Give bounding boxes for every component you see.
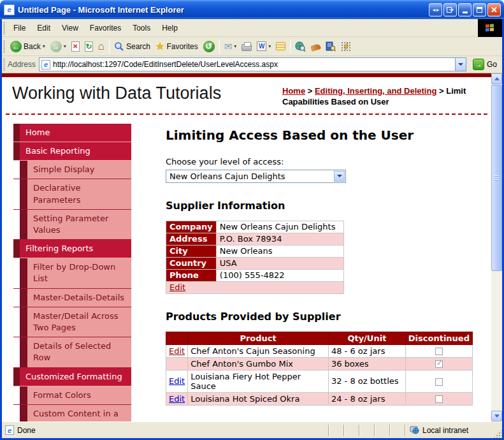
- close-button[interactable]: ✕: [487, 3, 501, 17]
- status-panel: [359, 425, 374, 436]
- hand-pen-icon: [310, 43, 321, 52]
- sidebar-item-label: Master-Details-Details: [27, 289, 131, 307]
- nav-indent: [13, 179, 20, 209]
- product-name-cell: Chef Anton's Gumbo Mix: [188, 357, 329, 370]
- supplier-field-value: USA: [216, 257, 343, 269]
- mail-dropdown-icon[interactable]: ▾: [234, 43, 236, 49]
- discuss-button[interactable]: [273, 41, 288, 52]
- sidebar-item-filter-by-drop-down-list[interactable]: Filter by Drop-Down List: [13, 258, 131, 288]
- mail-button[interactable]: ✉ ▾: [222, 40, 240, 52]
- access-level-select[interactable]: New Orleans Cajun Delights: [166, 170, 346, 183]
- window-popout-button[interactable]: [443, 3, 457, 17]
- sidebar-item-home[interactable]: Home: [13, 124, 131, 142]
- edit-dropdown-icon[interactable]: ▾: [268, 43, 271, 49]
- sidebar-item-basic-reporting[interactable]: Basic Reporting: [13, 142, 131, 161]
- home-button[interactable]: ⌂: [96, 40, 107, 53]
- edit-word-button[interactable]: W ▾: [254, 40, 273, 52]
- products-col-header: Qty/Unit: [328, 332, 405, 344]
- refresh-button[interactable]: ↻: [82, 40, 96, 53]
- minimize-button[interactable]: [458, 3, 472, 17]
- resize-grip[interactable]: [493, 429, 502, 438]
- product-edit-link[interactable]: Edit: [169, 376, 185, 386]
- sidebar-item-master-detail-across-two-pages[interactable]: Master/Detail Across Two Pages: [13, 307, 131, 337]
- page-title: Limiting Access Based on the User: [166, 128, 473, 143]
- go-button[interactable]: → Go: [470, 58, 500, 71]
- product-row: EditLouisiana Hot Spiced Okra24 - 8 oz j…: [166, 392, 473, 405]
- sidebar-item-label: Filter by Drop-Down List: [27, 258, 131, 288]
- forward-button[interactable]: → ▾: [48, 40, 69, 54]
- left-right-arrows-icon: ◄►: [432, 8, 440, 12]
- menu-edit[interactable]: Edit: [31, 21, 56, 35]
- discontinued-checkbox[interactable]: [435, 360, 443, 368]
- back-button[interactable]: ← Back ▾: [8, 40, 48, 54]
- sidebar-item-filtering-reports[interactable]: Filtering Reports: [13, 240, 131, 258]
- discontinued-checkbox[interactable]: [435, 395, 443, 403]
- breadcrumb-link[interactable]: Editing, Inserting, and Deleting: [315, 86, 436, 96]
- sidebar-nav: HomeBasic ReportingSimple DisplayDeclara…: [13, 124, 131, 422]
- menu-view[interactable]: View: [56, 21, 84, 35]
- sidebar-item-master-details-details[interactable]: Master-Details-Details: [13, 289, 131, 307]
- toolbar-separator: [290, 40, 291, 54]
- sidebar-item-customized-formatting[interactable]: Customized Formatting: [13, 368, 131, 386]
- product-edit-link[interactable]: Edit: [169, 394, 185, 404]
- products-table: ProductQty/UnitDiscontinued EditChef Ant…: [166, 332, 473, 406]
- stop-button[interactable]: ✕: [69, 40, 82, 53]
- history-button[interactable]: ↺: [201, 40, 217, 54]
- book-lookup-icon: [326, 41, 336, 52]
- menu-favorites[interactable]: Favorites: [84, 21, 127, 35]
- sidebar-item-label: Master/Detail Across Two Pages: [27, 307, 131, 337]
- hand-pen-button[interactable]: [308, 41, 323, 52]
- product-edit-cell: Edit: [166, 392, 188, 405]
- sidebar-item-label: Simple Display: [27, 161, 131, 179]
- breadcrumb-link[interactable]: Home: [282, 86, 305, 96]
- back-icon: ←: [10, 41, 22, 52]
- title-bar[interactable]: e Untitled Page - Microsoft Internet Exp…: [0, 0, 504, 19]
- chevron-down-icon: [458, 63, 463, 66]
- addressbar-grip[interactable]: [3, 58, 5, 71]
- address-dropdown-button[interactable]: [455, 58, 466, 71]
- menubar-grip[interactable]: [3, 22, 5, 34]
- address-field[interactable]: e http://localhost:1297/Code/EditInsertD…: [39, 57, 466, 71]
- sidebar-item-setting-parameter-values[interactable]: Setting Parameter Values: [13, 210, 131, 240]
- vertical-scrollbar[interactable]: [491, 73, 502, 422]
- product-discontinued-cell: [405, 344, 472, 357]
- favorites-button[interactable]: ★ Favorites: [153, 40, 201, 53]
- maximize-button[interactable]: [473, 3, 486, 17]
- status-panel: [343, 425, 359, 436]
- sidebar-item-label: Filtering Reports: [20, 240, 131, 258]
- discontinued-checkbox[interactable]: [435, 378, 443, 386]
- toolbar-grip[interactable]: [3, 40, 5, 53]
- search-button[interactable]: Search: [112, 40, 153, 53]
- sidebar-item-simple-display[interactable]: Simple Display: [13, 161, 131, 179]
- access-level-label: Choose your level of access:: [166, 157, 473, 166]
- sidebar-item-format-colors[interactable]: Format Colors: [13, 386, 131, 405]
- research-button[interactable]: [323, 40, 338, 53]
- forward-dropdown-icon[interactable]: ▾: [64, 43, 66, 49]
- scroll-up-button[interactable]: [491, 73, 502, 84]
- select-dropdown-button[interactable]: [334, 171, 345, 182]
- scrollbar-thumb[interactable]: [491, 85, 502, 271]
- sidebar-item-declarative-parameters[interactable]: Declarative Parameters: [13, 179, 131, 209]
- supplier-edit-link[interactable]: Edit: [169, 282, 185, 292]
- chevron-up-icon: [494, 77, 500, 80]
- refresh-icon: ↻: [85, 41, 93, 52]
- menu-help[interactable]: Help: [156, 21, 184, 35]
- menu-bar: FileEditViewFavoritesToolsHelp: [2, 19, 502, 37]
- menu-tools[interactable]: Tools: [127, 21, 156, 35]
- sidebar-item-details-of-selected-row[interactable]: Details of Selected Row: [13, 337, 131, 367]
- main-content: Limiting Access Based on the User Choose…: [166, 124, 473, 422]
- favorites-star-icon: ★: [155, 41, 164, 52]
- window-arrows-button[interactable]: ◄►: [429, 3, 442, 17]
- scroll-down-button[interactable]: [491, 411, 502, 422]
- back-dropdown-icon[interactable]: ▾: [43, 43, 45, 49]
- menu-file[interactable]: File: [8, 21, 31, 35]
- product-edit-link[interactable]: Edit: [169, 346, 185, 356]
- supplier-field-label: City: [166, 245, 217, 257]
- messenger-grid-button[interactable]: [338, 40, 354, 53]
- print-button[interactable]: [239, 40, 254, 52]
- sidebar-item-custom-content-in-a[interactable]: Custom Content in a: [13, 405, 131, 422]
- security-zone-panel: Local intranet: [405, 425, 493, 436]
- web-search-button[interactable]: [292, 40, 308, 53]
- address-url[interactable]: http://localhost:1297/Code/EditInsertDel…: [53, 60, 455, 69]
- discontinued-checkbox[interactable]: [435, 348, 443, 355]
